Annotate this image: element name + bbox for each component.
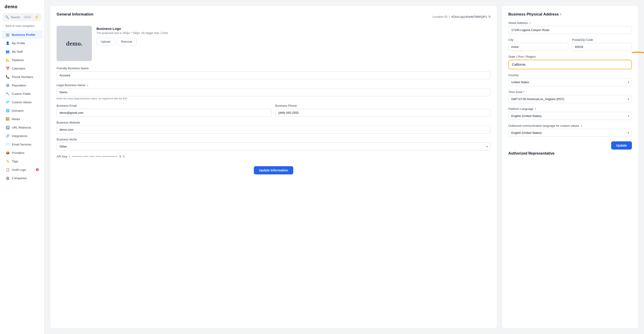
update-address-button[interactable]: Update bbox=[611, 141, 632, 150]
sidebar-item-email-services[interactable]: ✉️Email Services bbox=[2, 140, 42, 148]
card-header: General Information Location ID ℹ KDozLr… bbox=[56, 12, 490, 21]
logo-label: Business Logo bbox=[96, 27, 168, 30]
copy-icon[interactable]: ⧉ bbox=[488, 15, 490, 18]
website-label: Business Website bbox=[56, 121, 490, 124]
postal-input[interactable] bbox=[572, 43, 632, 51]
sidebar-icon-url-redirects: ↗️ bbox=[6, 126, 10, 130]
sidebar-badge-audit-logs: 8 bbox=[36, 168, 39, 171]
city-label: City bbox=[508, 38, 568, 42]
city-input[interactable] bbox=[508, 43, 568, 51]
upload-button[interactable]: Upload bbox=[96, 38, 114, 45]
sidebar-item-domains[interactable]: 🌐Domains bbox=[2, 106, 42, 115]
business-address-card: Business Physical Address ℹ Street Addre… bbox=[502, 6, 638, 328]
sidebar-icon-phone-numbers: 📞 bbox=[6, 75, 10, 79]
sidebar-icon-companies: 🏛️ bbox=[6, 176, 10, 180]
sidebar-item-companies[interactable]: 🏛️Companies bbox=[2, 174, 42, 182]
outbound-lang-info-icon: ℹ bbox=[581, 124, 582, 128]
search-shortcut: ctrl K bbox=[24, 16, 32, 19]
sidebar-item-my-profile[interactable]: 👤My Profile bbox=[2, 39, 42, 47]
api-key-label: API Key bbox=[56, 155, 67, 158]
state-highlighted-box bbox=[508, 60, 632, 69]
location-id-info-icon: ℹ bbox=[449, 15, 450, 18]
back-to-main-nav[interactable]: ‹ Back to main navigation bbox=[0, 22, 44, 30]
email-input[interactable] bbox=[56, 109, 272, 117]
sidebar-label-email-services: Email Services bbox=[12, 143, 32, 146]
sidebar-item-tags[interactable]: 🏷️Tags bbox=[2, 157, 42, 165]
outbound-lang-select[interactable]: English (United States) Spanish French bbox=[508, 129, 632, 137]
platform-lang-group: Platform Language ℹ English (United Stat… bbox=[508, 107, 632, 120]
street-input[interactable] bbox=[508, 26, 632, 34]
search-icon: 🔍 bbox=[5, 15, 9, 19]
logo-buttons: Upload Remove bbox=[96, 38, 168, 45]
logo-hint: The proposed size is 350px * 180px. No b… bbox=[96, 32, 168, 35]
address-info-icon: ℹ bbox=[560, 13, 561, 16]
phone-group: Business Phone bbox=[276, 104, 491, 117]
sidebar-item-business-profile[interactable]: 🏢Business Profile bbox=[2, 30, 42, 39]
sidebar-item-custom-values[interactable]: 💎Custom Values bbox=[2, 98, 42, 106]
sidebar-label-integrations: Integrations bbox=[12, 134, 27, 138]
street-label: Street Address ℹ bbox=[508, 21, 632, 24]
sidebar: demo 🔍 Search ctrl K ⚡ ‹ Back to main na… bbox=[0, 0, 44, 334]
sidebar-item-pipelines[interactable]: 📐Pipelines bbox=[2, 56, 42, 64]
sidebar-item-custom-fields[interactable]: 🔧Custom Fields bbox=[2, 90, 42, 98]
search-bar[interactable]: 🔍 Search ctrl K ⚡ bbox=[3, 13, 42, 21]
api-key-actions: ⧉ ↻ bbox=[119, 154, 125, 158]
niche-select[interactable]: Other Marketing Real Estate Healthcare bbox=[56, 142, 490, 150]
sidebar-icon-integrations: 🔗 bbox=[6, 134, 10, 138]
sidebar-item-providers[interactable]: 📦Providers bbox=[2, 149, 42, 157]
outbound-lang-label: Outbound communication language for cust… bbox=[508, 124, 632, 128]
sidebar-label-my-staff: My Staff bbox=[12, 50, 22, 53]
state-input[interactable] bbox=[512, 63, 628, 66]
friendly-name-input[interactable] bbox=[56, 71, 490, 79]
authorized-rep-title: Authorized Representative bbox=[508, 152, 632, 156]
timezone-select-wrapper: GMT-07:00 America/Los_Angeles (PDT) GMT-… bbox=[508, 95, 632, 103]
sidebar-icon-custom-fields: 🔧 bbox=[6, 92, 10, 96]
niche-select-wrapper: Other Marketing Real Estate Healthcare bbox=[56, 142, 490, 150]
state-group: State / Prov / Region bbox=[508, 55, 632, 69]
sidebar-label-reputation: Reputation bbox=[12, 84, 26, 87]
sidebar-label-my-profile: My Profile bbox=[12, 42, 25, 45]
main-content: General Information Location ID ℹ KDozLr… bbox=[44, 0, 644, 334]
sidebar-icon-media: 🖼️ bbox=[6, 117, 10, 121]
logo-preview: demo. bbox=[56, 26, 92, 61]
sidebar-item-phone-numbers[interactable]: 📞Phone Numbers bbox=[2, 73, 42, 81]
logo-info: Business Logo The proposed size is 350px… bbox=[96, 26, 168, 45]
timezone-required: * bbox=[523, 90, 524, 94]
sidebar-item-media[interactable]: 🖼️Media bbox=[2, 115, 42, 123]
sidebar-item-audit-logs[interactable]: 📋Audit Logs8 bbox=[2, 166, 42, 174]
remove-button[interactable]: Remove bbox=[117, 38, 136, 45]
api-key-refresh-icon[interactable]: ↻ bbox=[123, 155, 125, 158]
sidebar-label-audit-logs: Audit Logs bbox=[12, 168, 26, 172]
back-label: Back to main navigation bbox=[6, 24, 34, 28]
location-id-label: Location ID bbox=[432, 15, 448, 18]
timezone-select[interactable]: GMT-07:00 America/Los_Angeles (PDT) GMT-… bbox=[508, 95, 632, 103]
sidebar-icon-pipelines: 📐 bbox=[6, 58, 10, 62]
phone-input[interactable] bbox=[276, 109, 491, 117]
api-key-copy-icon[interactable]: ⧉ bbox=[119, 154, 121, 158]
website-input[interactable] bbox=[56, 126, 490, 134]
location-id-row: Location ID ℹ KDozLrjq14HwM7MWQiP1 ⧉ bbox=[432, 15, 490, 18]
sidebar-item-url-redirects[interactable]: ↗️URL Redirects bbox=[2, 123, 42, 132]
lightning-icon: ⚡ bbox=[34, 14, 39, 20]
email-phone-row: Business Email Business Phone bbox=[56, 104, 490, 117]
country-select[interactable]: United States Canada United Kingdom Aust… bbox=[508, 78, 632, 86]
legal-name-group: Legal Business Name ℹ Enter the exact le… bbox=[56, 84, 490, 100]
sidebar-icon-domains: 🌐 bbox=[6, 108, 10, 113]
sidebar-label-custom-values: Custom Values bbox=[12, 100, 32, 104]
platform-lang-info-icon: ℹ bbox=[535, 108, 536, 110]
country-group: Country United States Canada United King… bbox=[508, 74, 632, 86]
sidebar-item-my-staff[interactable]: 👥My Staff bbox=[2, 48, 42, 56]
outbound-lang-select-wrapper: English (United States) Spanish French bbox=[508, 129, 632, 137]
platform-lang-select[interactable]: English (United States) Spanish French bbox=[508, 112, 632, 120]
legal-name-input[interactable] bbox=[56, 88, 490, 96]
sidebar-icon-my-profile: 👤 bbox=[6, 41, 10, 45]
sidebar-item-reputation[interactable]: ⚙️Reputation bbox=[2, 81, 42, 89]
sidebar-icon-tags: 🏷️ bbox=[6, 159, 10, 163]
sidebar-item-calendars[interactable]: 📅Calendars bbox=[2, 64, 42, 72]
sidebar-icon-email-services: ✉️ bbox=[6, 142, 10, 146]
legal-name-label: Legal Business Name ℹ bbox=[56, 84, 490, 87]
update-information-button[interactable]: Update Information bbox=[254, 166, 293, 174]
sidebar-item-integrations[interactable]: 🔗Integrations bbox=[2, 132, 42, 140]
address-title-row: Business Physical Address ℹ bbox=[508, 12, 632, 17]
sidebar-icon-business-profile: 🏢 bbox=[6, 32, 10, 37]
